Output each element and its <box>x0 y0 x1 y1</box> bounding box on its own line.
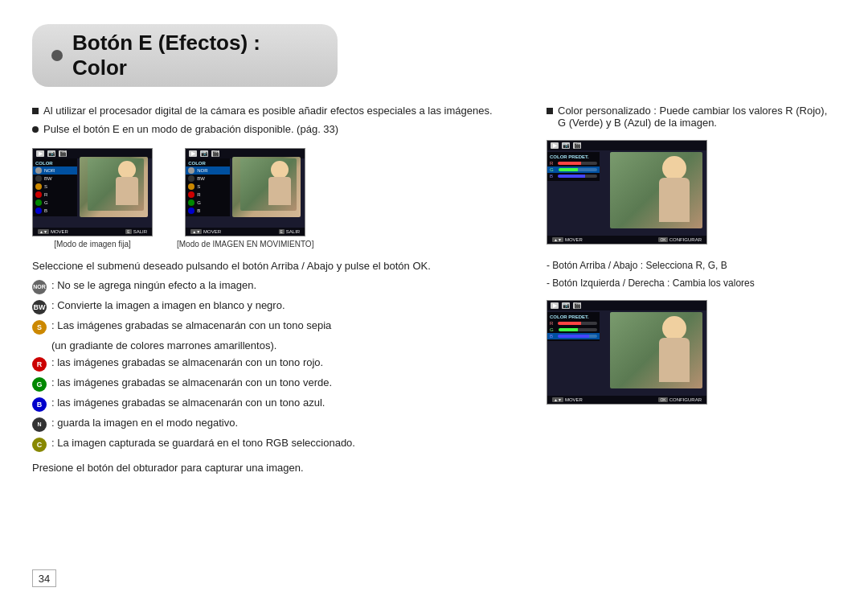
effect-b: B : las imágenes grabadas se almacenarán… <box>32 397 522 412</box>
dot-nor-2 <box>188 167 194 174</box>
effect-s-sub: (un gradiante de colores marrones amaril… <box>51 339 522 351</box>
cam-bottom-left-2: ▲▼ MOVER <box>190 229 221 234</box>
icon-r: R <box>32 357 47 372</box>
right-menu-r1: R <box>547 160 600 166</box>
right-cam-menu2: COLOR PREDET. R G B <box>547 312 600 341</box>
right-cam-icon6: 🎬 <box>573 302 581 309</box>
effect-neg-text: : guarda la imagen en el modo negativo. <box>51 417 238 429</box>
right-body1 <box>659 178 690 222</box>
cam-menu-label-2: COLOR <box>186 160 230 166</box>
right-cam-icon3: 🎬 <box>573 142 581 149</box>
right-config2: CONFIGURAR <box>669 397 702 402</box>
right-mover1: MOVER <box>565 237 583 242</box>
effect-s-text: : Las imágenes grabadas se almacenarán c… <box>51 319 331 331</box>
right-cam-icon5: 📷 <box>562 302 570 309</box>
left-column: Al utilizar el procesador digital de la … <box>32 105 522 474</box>
right-bottom-left1: ▲▼ MOVER <box>552 237 583 242</box>
cam-menu-label-1: COLOR <box>33 160 77 166</box>
effect-s: S : Las imágenes grabadas se almacenarán… <box>32 319 522 335</box>
right-menu-b1: B <box>547 173 600 179</box>
right-bullet-square <box>547 108 553 114</box>
bullet-2: Pulse el botón E en un modo de grabación… <box>32 123 522 135</box>
icon-nor: NOR <box>32 280 47 294</box>
b-bar1 <box>558 175 597 178</box>
g-bar1 <box>559 168 597 171</box>
effects-list: NOR : No se le agrega ningún efecto a la… <box>32 279 522 452</box>
right-cam-icons1: ▶ 📷 🎬 <box>551 142 581 149</box>
right-menu-g1: G <box>547 166 600 173</box>
right-menu-predet-label1: COLOR PREDET. <box>547 154 600 160</box>
cam-bottom-left-1: ▲▼ MOVER <box>38 229 68 234</box>
cam-menu-bw: BW <box>33 175 77 183</box>
effect-s-subtext: (un gradiante de colores marrones amaril… <box>51 339 276 351</box>
effect-r: R : las imágenes grabadas se almacenarán… <box>32 356 522 372</box>
screen-still-display: ▶ 📷 🎬 COLOR NOR <box>32 148 153 236</box>
title-dot <box>51 50 63 61</box>
right-bottom1: ▲▼ MOVER OK CONFIGURAR <box>547 236 706 244</box>
icon-s: S <box>32 320 47 335</box>
right-menu-g2: G <box>547 327 600 333</box>
cam-bottom-right-1: E SALIR <box>125 229 147 234</box>
effect-c-text: : La imagen capturada se guardará en el … <box>51 437 355 449</box>
cam-menu-2: COLOR NOR BW <box>186 158 230 216</box>
right-screen2-wrap: ▶ 📷 🎬 COLOR PREDET. R <box>547 300 836 405</box>
right-mover2: MOVER <box>565 397 583 402</box>
cam-icon-rec-2: ▶ <box>189 150 197 157</box>
g-bar2 <box>559 328 597 331</box>
content-area: Al utilizar el procesador digital de la … <box>32 105 836 474</box>
bullet-square-1 <box>32 108 39 114</box>
cam-menu-g-2: G <box>186 199 230 207</box>
r-bar1 <box>558 162 597 165</box>
footer-text: Presione el botón del obturador para cap… <box>32 462 522 474</box>
cam-menu-s-2: S <box>186 183 230 191</box>
cam-icon-rec: ▶ <box>36 150 44 157</box>
screen-moving-display: ▶ 📷 🎬 COLOR NOR <box>185 148 305 236</box>
icon-bw: BW <box>32 300 47 314</box>
bullet-1: Al utilizar el procesador digital de la … <box>32 105 522 117</box>
cam-menu-r-2: R <box>186 191 230 199</box>
dot-g <box>35 199 42 206</box>
right-cam-topbar1: ▶ 📷 🎬 <box>547 141 706 150</box>
btn-info-1: - Botón Arriba / Abajo : Selecciona R, G… <box>547 257 836 275</box>
effect-b-text: : las imágenes grabadas se almacenarán c… <box>51 397 325 409</box>
effect-nor-text: : No se le agrega ningún efecto a la ima… <box>51 279 256 291</box>
right-bottom-left2: ▲▼ MOVER <box>552 397 583 402</box>
b-bar2 <box>558 335 597 338</box>
effect-c: C : La imagen capturada se guardará en e… <box>32 437 522 452</box>
cam-menu-nor-2: NOR <box>186 166 230 175</box>
right-bottom-right1: OK CONFIGURAR <box>658 237 702 242</box>
cam-menu-s: S <box>33 183 77 191</box>
right-head2 <box>662 316 686 340</box>
effect-bw-text: : Convierte la imagen a imagen en blanco… <box>51 299 285 311</box>
page-title: Botón E (Efectos) : Color <box>72 31 318 80</box>
cam-icons-1: ▶ 📷 🎬 <box>36 150 67 157</box>
dot-r-2 <box>188 191 194 198</box>
cam-person-1 <box>80 157 148 217</box>
right-bottom-right2: OK CONFIGURAR <box>658 397 702 402</box>
section-text: Seleccione el submenú deseado pulsando e… <box>32 258 522 274</box>
bullet-1-text: Al utilizar el procesador digital de la … <box>43 105 493 117</box>
effect-g: G : las imágenes grabadas se almacenarán… <box>32 376 522 392</box>
right-person1 <box>610 152 702 228</box>
dot-nor <box>35 167 42 174</box>
bullet-2-text: Pulse el botón E en un modo de grabación… <box>43 123 338 135</box>
screen-moving: ▶ 📷 🎬 COLOR NOR <box>177 148 313 249</box>
effect-g-text: : las imágenes grabadas se almacenarán c… <box>51 376 332 388</box>
cam-bottom-right-2: E SALIR <box>279 229 301 234</box>
camera-screens: ▶ 📷 🎬 COLOR NOR <box>32 148 522 249</box>
dot-g-2 <box>188 199 194 206</box>
right-person2 <box>610 312 702 388</box>
cam-menu-r: R <box>33 191 77 199</box>
cam-icon-cam-2: 📷 <box>200 150 208 157</box>
effect-r-text: : las imágenes grabadas se almacenarán c… <box>51 356 323 368</box>
cam-menu-bw-2: BW <box>186 175 230 183</box>
cam-icon-cam: 📷 <box>47 150 55 157</box>
person-head <box>118 161 136 179</box>
dot-s <box>35 183 42 190</box>
right-screen1: ▶ 📷 🎬 COLOR PREDET. R <box>547 140 707 245</box>
right-bullet: Color personalizado : Puede cambiar los … <box>547 105 836 129</box>
btn-info-2: - Botón Izquierda / Derecha : Cambia los… <box>547 275 836 293</box>
right-body2 <box>659 338 690 382</box>
dot-bw-2 <box>188 175 194 182</box>
effect-nor: NOR : No se le agrega ningún efecto a la… <box>32 279 522 294</box>
